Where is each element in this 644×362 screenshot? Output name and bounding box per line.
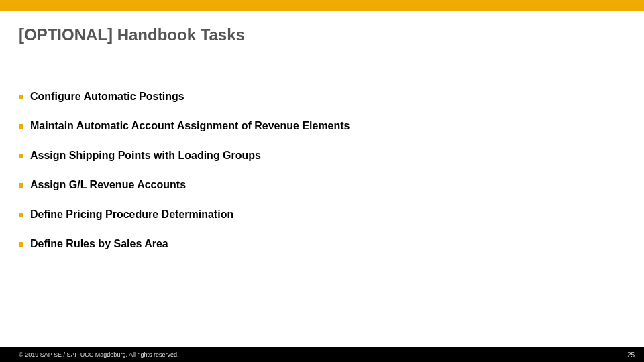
bullet-icon	[19, 154, 23, 158]
list-item: Maintain Automatic Account Assignment of…	[19, 120, 625, 132]
brand-bar	[0, 0, 644, 11]
bullet-icon	[19, 213, 23, 217]
bullet-icon	[19, 95, 23, 99]
list-item: Define Pricing Procedure Determination	[19, 208, 625, 221]
list-item-text: Assign G/L Revenue Accounts	[30, 179, 186, 191]
list-item-text: Assign Shipping Points with Loading Grou…	[30, 149, 261, 162]
list-item-text: Configure Automatic Postings	[30, 90, 184, 103]
list-item: Assign G/L Revenue Accounts	[19, 179, 625, 191]
list-item: Define Rules by Sales Area	[19, 238, 625, 250]
bullet-icon	[19, 183, 23, 188]
list-item-text: Maintain Automatic Account Assignment of…	[30, 120, 350, 132]
slide-header: [OPTIONAL] Handbook Tasks	[0, 11, 644, 51]
slide: [OPTIONAL] Handbook Tasks Configure Auto…	[0, 0, 644, 362]
slide-footer: © 2019 SAP SE / SAP UCC Magdeburg. All r…	[0, 347, 644, 362]
bullet-icon	[19, 242, 23, 247]
slide-content: Configure Automatic Postings Maintain Au…	[0, 58, 644, 347]
list-item: Assign Shipping Points with Loading Grou…	[19, 149, 625, 162]
list-item-text: Define Pricing Procedure Determination	[30, 208, 233, 221]
list-item-text: Define Rules by Sales Area	[30, 238, 168, 250]
bullet-icon	[19, 124, 23, 129]
page-number: 25	[627, 351, 635, 359]
list-item: Configure Automatic Postings	[19, 90, 625, 103]
page-title: [OPTIONAL] Handbook Tasks	[19, 25, 625, 44]
copyright-text: © 2019 SAP SE / SAP UCC Magdeburg. All r…	[19, 351, 178, 358]
bullet-list: Configure Automatic Postings Maintain Au…	[19, 90, 625, 250]
